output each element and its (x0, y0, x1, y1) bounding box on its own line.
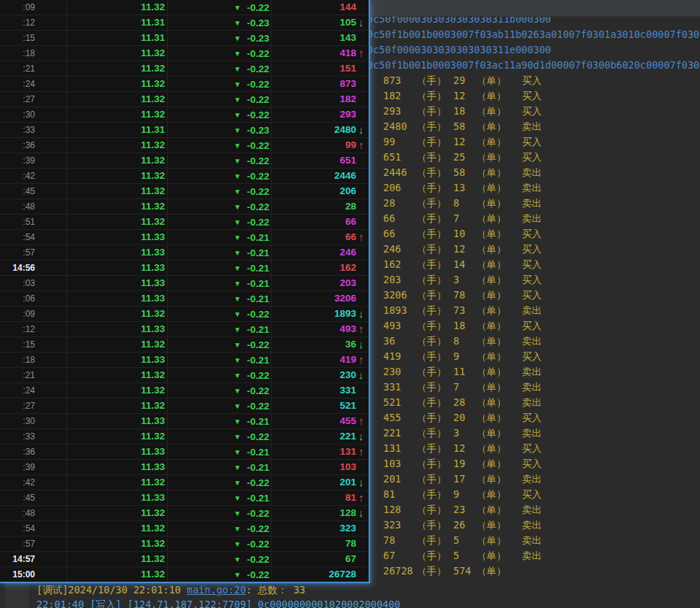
lots-label: （手） (417, 180, 453, 196)
tick-time: :30 (0, 416, 66, 426)
tick-row: :12 11.33 ▼ -0.21 493 ↑ (0, 322, 369, 337)
trend-arrow-icon: ↑ (358, 322, 370, 336)
tick-change-value: -0.22 (247, 109, 269, 120)
trade-print-row: 66 （手） 7 （单） 卖出 (363, 211, 700, 226)
trade-print-row: 131 （手） 12 （单） 买入 (363, 441, 700, 456)
tick-volume: 1893 ↓ (271, 307, 369, 321)
tick-row: :45 11.33 ▼ -0.21 81 ↑ (0, 490, 369, 506)
trade-volume: 331 (383, 380, 417, 395)
trade-volume: 203 (383, 272, 417, 288)
tick-change-value: -0.22 (247, 569, 269, 580)
tick-row: :57 11.33 ▼ -0.21 246 (0, 245, 369, 261)
orders-label: （单） (477, 196, 522, 211)
trend-arrow-icon: ↓ (358, 506, 370, 520)
trade-volume: 78 (383, 533, 417, 548)
down-triangle-icon: ▼ (234, 280, 241, 288)
tick-volume-value: 3206 (334, 293, 356, 304)
source-link[interactable]: main.go:20 (187, 584, 246, 596)
tick-change-value: -0.21 (247, 247, 269, 258)
trade-direction: 买入 (522, 242, 542, 257)
trade-volume: 67 (383, 548, 417, 563)
orders-label: （单） (477, 364, 522, 380)
log-line-debug: [调试]2024/10/30 22:01:10 main.go:20: 总数： … (36, 582, 400, 597)
trade-order-count: 11 (453, 364, 477, 380)
tick-price: 11.32 (66, 399, 167, 413)
tick-change-value: -0.22 (247, 186, 269, 197)
down-triangle-icon: ▼ (234, 111, 241, 119)
trade-direction: 买入 (522, 318, 542, 334)
tick-change: ▼ -0.22 (167, 567, 271, 582)
tick-row: :33 11.31 ▼ -0.23 2480 ↓ (0, 123, 369, 138)
trade-order-count: 5 (453, 548, 477, 563)
trade-direction: 卖出 (522, 548, 542, 563)
down-triangle-icon: ▼ (234, 234, 241, 242)
tick-row: :36 11.32 ▼ -0.22 99 ↑ (0, 138, 369, 153)
trade-volume: 182 (383, 88, 417, 104)
tick-volume: 418 ↑ (271, 46, 369, 61)
tick-price: 11.32 (66, 567, 167, 582)
trade-volume: 28 (383, 196, 417, 211)
trade-volume: 162 (383, 257, 417, 272)
down-triangle-icon: ▼ (234, 509, 241, 517)
orders-label: （单） (477, 548, 522, 563)
trade-print-row: 67 （手） 5 （单） 卖出 (363, 548, 700, 563)
tick-change-value: -0.22 (247, 140, 269, 151)
tick-price: 11.31 (66, 31, 167, 45)
trade-volume: 455 (383, 410, 417, 426)
tick-time: :57 (0, 539, 66, 549)
tick-price: 11.33 (66, 276, 167, 290)
trade-order-count: 8 (453, 334, 477, 349)
trade-order-count: 8 (453, 196, 477, 211)
tick-volume-value: 128 (339, 507, 356, 518)
trade-print-row: 323 （手） 26 （单） 卖出 (363, 517, 700, 533)
packet-output-console[interactable]: 0c50f0000303030303030311b000300 0c50f1b0… (363, 12, 700, 579)
trade-direction: 买入 (522, 288, 542, 303)
trade-order-count: 18 (453, 318, 477, 334)
tick-change: ▼ -0.21 (167, 460, 271, 474)
tick-volume-value: 293 (339, 109, 356, 120)
trade-print-row: 2480 （手） 58 （单） 卖出 (363, 119, 700, 134)
tick-volume: 81 ↑ (271, 490, 369, 505)
tick-change: ▼ -0.22 (167, 383, 271, 398)
lots-label: （手） (417, 441, 453, 456)
tick-row: :27 11.32 ▼ -0.22 182 (0, 92, 369, 107)
trade-volume: 201 (383, 472, 417, 487)
trade-print-row: 2446 （手） 58 （单） 卖出 (363, 165, 700, 180)
down-triangle-icon: ▼ (234, 463, 241, 472)
tick-volume: 143 (271, 31, 369, 45)
trade-volume: 128 (383, 502, 417, 517)
tick-volume: 323 (271, 521, 369, 536)
trade-volume: 493 (383, 318, 417, 334)
tick-change: ▼ -0.22 (167, 61, 271, 76)
trade-order-count: 20 (453, 410, 477, 426)
lots-label: （手） (417, 517, 453, 533)
tick-change: ▼ -0.22 (167, 475, 271, 490)
lots-label: （手） (417, 472, 453, 487)
tick-price: 11.32 (66, 215, 167, 229)
tick-change-value: -0.21 (247, 232, 269, 243)
tick-volume-value: 66 (345, 216, 356, 227)
tick-volume-value: 151 (339, 63, 356, 74)
trade-order-count: 23 (453, 502, 477, 517)
trade-direction: 卖出 (522, 395, 542, 410)
tick-change: ▼ -0.21 (167, 230, 271, 245)
tick-time: :42 (0, 477, 66, 488)
down-triangle-icon: ▼ (234, 479, 241, 487)
tick-volume-value: 36 (345, 339, 356, 350)
tick-list-window[interactable]: :09 11.32 ▼ -0.22 144 :12 11.31 ▼ -0.23 … (0, 0, 370, 583)
tick-change: ▼ -0.22 (167, 169, 271, 183)
tick-change: ▼ -0.22 (167, 138, 271, 153)
down-triangle-icon: ▼ (234, 356, 241, 364)
tick-volume-value: 144 (339, 1, 356, 12)
down-triangle-icon: ▼ (234, 80, 241, 88)
trade-direction: 卖出 (522, 502, 542, 517)
trade-print-row: 201 （手） 17 （单） 卖出 (363, 472, 700, 487)
tick-change: ▼ -0.22 (167, 77, 271, 91)
tick-time: :45 (0, 493, 66, 503)
tick-volume: 293 (271, 107, 369, 122)
trade-order-count: 29 (453, 73, 477, 88)
orders-label: （单） (477, 533, 522, 548)
down-triangle-icon: ▼ (234, 402, 241, 410)
tick-time: :12 (0, 18, 66, 28)
tick-change-value: -0.21 (247, 462, 269, 473)
